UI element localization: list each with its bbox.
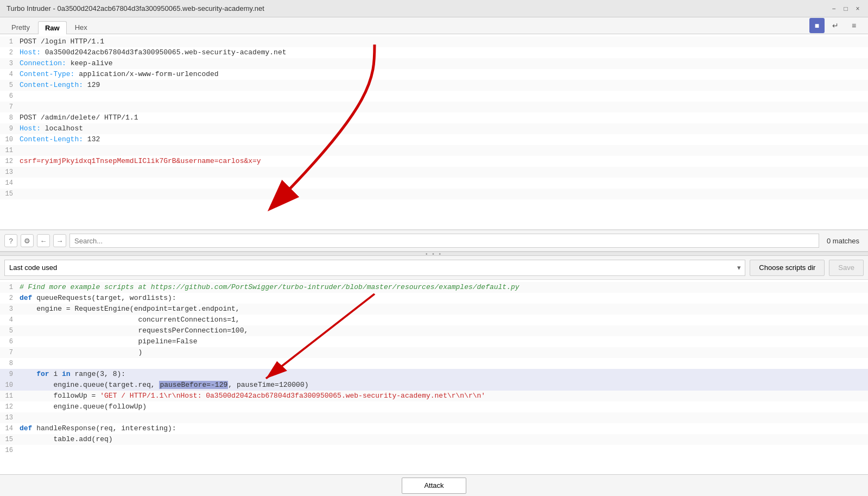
line-number: 5 — [0, 80, 17, 91]
script-select-wrapper: Last code used ▾ — [4, 260, 745, 276]
request-line: 4Content-Type: application/x-www-form-ur… — [0, 69, 868, 80]
menu-icon: ≡ — [852, 21, 856, 30]
script-line: 8 — [0, 358, 868, 369]
line-number: 5 — [0, 325, 17, 336]
matches-label: 0 matches — [822, 237, 864, 245]
choose-scripts-dir-button[interactable]: Choose scripts dir — [750, 260, 825, 276]
line-number: 15 — [0, 189, 17, 199]
script-line-content: pipeline=False — [17, 336, 868, 347]
script-line-content: # Find more example scripts at https://g… — [17, 282, 868, 293]
script-line: 2def queueRequests(target, wordlists): — [0, 293, 868, 304]
burp-icon: ■ — [815, 21, 819, 30]
search-input[interactable] — [69, 234, 819, 248]
request-line: 8POST /admin/delete/ HTTP/1.1 — [0, 112, 868, 123]
script-select[interactable]: Last code used — [4, 260, 745, 276]
tab-pretty[interactable]: Pretty — [4, 21, 37, 34]
line-number: 10 — [0, 134, 17, 145]
forward-icon: → — [56, 237, 64, 245]
tab-bar: Pretty Raw Hex — [0, 17, 803, 34]
line-number: 11 — [0, 391, 17, 401]
line-number: 12 — [0, 401, 17, 412]
title-bar-title: Turbo Intruder - 0a3500d2042acb67804d3fa… — [7, 4, 264, 12]
line-number: 8 — [0, 112, 17, 123]
line-content: csrf=ryimjPkyidxq1TnsepMemdLIClik7GrB&us… — [17, 156, 868, 167]
menu-btn[interactable]: ≡ — [846, 18, 861, 33]
line-number: 9 — [0, 369, 17, 380]
request-line: 11 — [0, 145, 868, 156]
forward-btn[interactable]: → — [53, 234, 66, 247]
script-line: 13 — [0, 412, 868, 423]
request-line: 14 — [0, 178, 868, 189]
settings-btn[interactable]: ⚙ — [21, 234, 34, 247]
request-line: 7 — [0, 102, 868, 112]
line-number: 15 — [0, 434, 17, 445]
line-number: 3 — [0, 58, 17, 69]
newline-icon: ↵ — [832, 21, 839, 30]
tab-raw[interactable]: Raw — [38, 21, 67, 34]
question-icon: ? — [9, 237, 12, 245]
request-line: 10Content-Length: 132 — [0, 134, 868, 145]
line-number: 3 — [0, 304, 17, 315]
line-content: Host: 0a3500d2042acb67804d3fa300950065.w… — [17, 47, 868, 58]
script-line: 11 followUp = 'GET / HTTP/1.1\r\nHost: 0… — [0, 391, 868, 401]
script-line-content: followUp = 'GET / HTTP/1.1\r\nHost: 0a35… — [17, 391, 868, 401]
line-number: 14 — [0, 178, 17, 189]
script-line: 3 engine = RequestEngine(endpoint=target… — [0, 304, 868, 315]
save-button[interactable]: Save — [829, 260, 864, 276]
burp-icon-btn[interactable]: ■ — [809, 18, 825, 33]
script-line: 6 pipeline=False — [0, 336, 868, 347]
line-number: 1 — [0, 36, 17, 47]
script-line: 16 — [0, 445, 868, 456]
line-content: Connection: keep-alive — [17, 58, 868, 69]
script-line: 14def handleResponse(req, interesting): — [0, 423, 868, 434]
script-line: 1# Find more example scripts at https://… — [0, 282, 868, 293]
request-line: 12csrf=ryimjPkyidxq1TnsepMemdLIClik7GrB&… — [0, 156, 868, 167]
script-line-content: def handleResponse(req, interesting): — [17, 423, 868, 434]
line-number: 6 — [0, 91, 17, 102]
line-number: 2 — [0, 293, 17, 304]
request-line: 2Host: 0a3500d2042acb67804d3fa300950065.… — [0, 47, 868, 58]
script-line-content: engine.queue(followUp) — [17, 401, 868, 412]
attack-button[interactable]: Attack — [402, 478, 466, 494]
request-line: 6 — [0, 91, 868, 102]
line-number: 1 — [0, 282, 17, 293]
request-line: 1POST /login HTTP/1.1 — [0, 36, 868, 47]
line-number: 8 — [0, 358, 17, 369]
line-number: 4 — [0, 315, 17, 325]
request-editor: 1POST /login HTTP/1.12Host: 0a3500d2042a… — [0, 34, 868, 230]
script-line-content: engine.queue(target.req, pauseBefore=-12… — [17, 380, 868, 391]
line-content: POST /login HTTP/1.1 — [17, 36, 868, 47]
minimize-btn[interactable]: − — [830, 5, 838, 12]
close-btn[interactable]: × — [854, 5, 861, 12]
script-line: 9 for i in range(3, 8): — [0, 369, 868, 380]
request-line: 13 — [0, 167, 868, 178]
line-content: POST /admin/delete/ HTTP/1.1 — [17, 112, 868, 123]
script-line: 5 requestsPerConnection=100, — [0, 325, 868, 336]
line-number: 13 — [0, 167, 17, 178]
script-line-content: requestsPerConnection=100, — [17, 325, 868, 336]
line-number: 9 — [0, 123, 17, 134]
back-icon: ← — [40, 237, 47, 245]
script-line: 15 table.add(req) — [0, 434, 868, 445]
line-number: 16 — [0, 445, 17, 456]
script-line: 4 concurrentConnections=1, — [0, 315, 868, 325]
back-btn[interactable]: ← — [37, 234, 50, 247]
title-bar: Turbo Intruder - 0a3500d2042acb67804d3fa… — [0, 0, 868, 17]
line-number: 4 — [0, 69, 17, 80]
script-line-content: def queueRequests(target, wordlists): — [17, 293, 868, 304]
help-btn[interactable]: ? — [4, 234, 17, 247]
tab-hex[interactable]: Hex — [68, 21, 94, 34]
search-bar: ? ⚙ ← → 0 matches — [0, 230, 868, 252]
drag-divider[interactable]: • • • — [0, 252, 868, 256]
maximize-btn[interactable]: □ — [842, 5, 850, 12]
request-line: 15 — [0, 189, 868, 199]
script-line-content: engine = RequestEngine(endpoint=target.e… — [17, 304, 868, 315]
script-line-content: concurrentConnections=1, — [17, 315, 868, 325]
script-line-content: table.add(req) — [17, 434, 868, 445]
script-line-content: for i in range(3, 8): — [17, 369, 868, 380]
newline-btn[interactable]: ↵ — [828, 18, 843, 33]
line-number: 2 — [0, 47, 17, 58]
request-line: 9Host: localhost — [0, 123, 868, 134]
line-number: 12 — [0, 156, 17, 167]
script-line-content: ) — [17, 347, 868, 358]
